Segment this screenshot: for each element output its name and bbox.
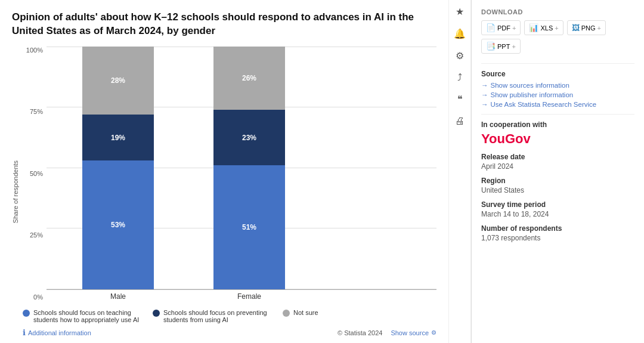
copyright-text: © Statista 2024 — [338, 329, 382, 336]
bar-male-blue: 53% — [82, 160, 154, 289]
show-source-link[interactable]: Show source ⚙ — [391, 329, 436, 336]
chart-grid: 53% 19% 28% 51% 23% — [47, 47, 436, 290]
chart-title: Opinion of adults' about how K–12 school… — [12, 11, 417, 38]
download-png-button[interactable]: 🖼 PNG + — [567, 20, 606, 35]
y-axis: 100% 75% 50% 25% 0% — [23, 47, 47, 301]
png-icon: 🖼 — [572, 23, 580, 32]
show-publisher-link[interactable]: → Show publisher information — [481, 91, 634, 98]
show-sources-link[interactable]: → Show sources information — [481, 82, 634, 89]
xls-icon: 📊 — [529, 23, 538, 32]
region-value: United States — [481, 186, 634, 194]
bar-group-female: 51% 23% 26% — [202, 47, 297, 289]
additional-info-link[interactable]: ℹ Additional information — [23, 328, 91, 337]
ask-statista-link[interactable]: → Use Ask Statista Research Service — [481, 101, 634, 108]
bar-group-male: 53% 19% 28% — [70, 47, 166, 289]
cooperation-label: In cooperation with — [481, 120, 634, 129]
legend-item-dark: Schools should focus on preventing stude… — [153, 309, 272, 323]
release-date-label: Release date — [481, 153, 634, 161]
x-label-male: Male — [70, 292, 166, 301]
download-label: DOWNLOAD — [481, 8, 634, 16]
bar-female-gray: 26% — [213, 47, 285, 110]
quote-icon[interactable]: ❝ — [457, 94, 463, 105]
legend-item-gray: Not sure — [283, 309, 318, 323]
survey-period-value: March 14 to 18, 2024 — [481, 210, 634, 218]
legend-dot-dark — [153, 310, 160, 317]
x-label-female: Female — [202, 292, 297, 301]
ppt-icon: 📑 — [486, 42, 496, 51]
chart-legend: Schools should focus on teaching student… — [23, 309, 436, 323]
region-label: Region — [481, 177, 634, 185]
download-ppt-button[interactable]: 📑 PPT + — [481, 39, 521, 54]
settings-icon[interactable]: ⚙ — [456, 50, 464, 61]
bar-female-dark: 23% — [213, 110, 285, 166]
right-panel: DOWNLOAD 📄 PDF + 📊 XLS + 🖼 PNG + 📑 PPT + — [471, 0, 644, 343]
print-icon[interactable]: 🖨 — [455, 116, 465, 126]
star-icon[interactable]: ★ — [456, 6, 464, 17]
num-respondents-label: Number of respondents — [481, 224, 634, 233]
y-axis-label: Share of respondents — [12, 47, 19, 337]
download-pdf-button[interactable]: 📄 PDF + — [481, 20, 521, 35]
release-date-value: April 2024 — [481, 162, 634, 171]
bar-male-dark: 19% — [82, 115, 154, 160]
download-xls-button[interactable]: 📊 XLS + — [524, 20, 563, 35]
download-buttons: 📄 PDF + 📊 XLS + 🖼 PNG + 📑 PPT + — [481, 20, 634, 54]
num-respondents-value: 1,073 respondents — [481, 234, 634, 242]
survey-period-label: Survey time period — [481, 200, 634, 209]
legend-item-blue: Schools should focus on teaching student… — [23, 309, 142, 323]
yougov-logo: YouGov — [481, 131, 634, 147]
legend-dot-gray — [283, 310, 290, 317]
bar-male-gray: 28% — [82, 47, 154, 115]
source-section-title: Source — [481, 70, 634, 78]
bar-female-blue: 51% — [213, 165, 285, 289]
share-icon[interactable]: ⤴ — [457, 72, 462, 83]
bell-icon[interactable]: 🔔 — [454, 28, 466, 39]
legend-dot-blue — [23, 310, 30, 317]
side-toolbar: ★ 🔔 ⚙ ⤴ ❝ 🖨 — [448, 0, 471, 343]
pdf-icon: 📄 — [486, 23, 496, 32]
